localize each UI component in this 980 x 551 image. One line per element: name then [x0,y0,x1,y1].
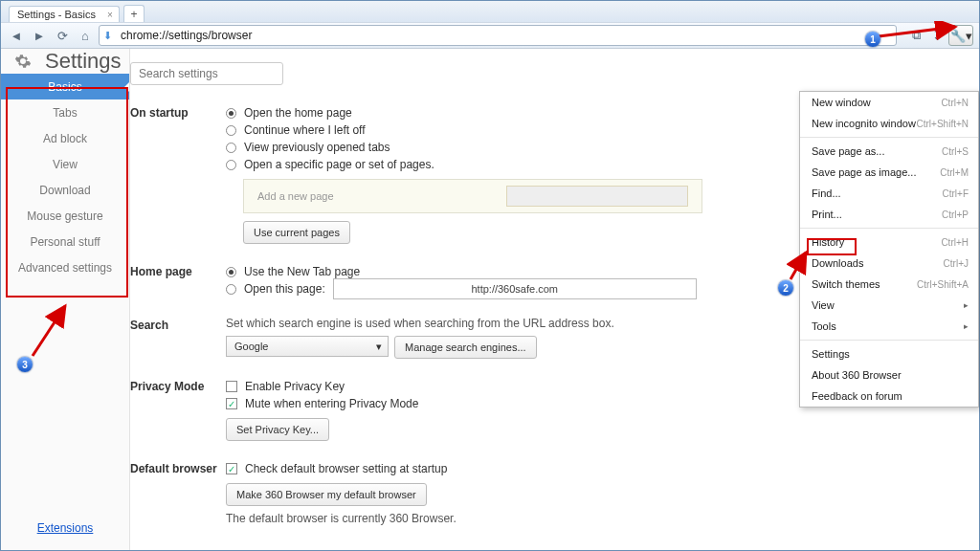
option-label: Mute when entering Privacy Mode [245,397,418,410]
radio-icon [226,143,236,153]
menu-shortcut: Ctrl+F [943,188,969,199]
menu-feedback[interactable]: Feedback on forum [800,386,978,407]
option-label: Continue where I left off [244,123,366,137]
sidebar-item-label: Advanced settings [18,261,112,275]
option-label: Open this page: [244,282,325,296]
browser-window: Settings - Basics × + ◄ ► ⟳ ⌂ ⬇ chrome:/… [0,0,980,551]
option-label: Use the New Tab page [244,265,360,278]
tab-strip: Settings - Basics × + [1,1,979,22]
link-label: Extensions [37,521,94,535]
sidebar-item-label: Personal stuff [30,235,100,249]
option-label: View previously opened tabs [244,141,390,154]
menu-label: Downloads [812,257,863,269]
default-status: The default browser is currently 360 Bro… [226,512,979,525]
sidebar-item-personal-stuff[interactable]: Personal stuff [1,229,129,254]
sidebar-item-basics[interactable]: Basics [1,74,129,99]
menu-label: About 360 Browser [812,369,902,381]
sidebar-item-label: Download [39,184,90,197]
menu-label: Feedback on forum [812,390,902,402]
menu-separator [800,340,978,341]
menu-shortcut: Ctrl+J [944,258,969,269]
radio-icon [226,267,236,277]
search-settings-input[interactable] [130,62,283,85]
tab-settings[interactable]: Settings - Basics × [9,6,120,22]
address-bar[interactable]: ⬇ chrome://settings/browser [99,25,897,46]
menu-find[interactable]: Find...Ctrl+F [800,183,978,204]
menu-label: Switch themes [812,278,880,290]
menu-shortcut: Ctrl+H [941,237,969,248]
make-default-button[interactable]: Make 360 Browser my default browser [226,483,427,506]
checkbox-icon: ✓ [226,463,237,474]
radio-icon [226,160,236,170]
download-icon[interactable]: ↧ [927,26,947,45]
menu-shortcut: Ctrl+Shift+A [917,279,969,290]
menu-label: History [812,236,844,248]
sidebar-item-adblock[interactable]: Ad block [1,125,129,151]
menu-label: Tools [812,320,836,332]
badge-label: 1 [870,34,876,45]
sidebar-item-mouse-gesture[interactable]: Mouse gesture [1,203,129,229]
menu-about[interactable]: About 360 Browser [800,364,978,386]
select-value: Google [234,341,268,352]
extensions-link[interactable]: Extensions [1,514,129,550]
page-title: Settings [45,49,122,74]
default-check-startup[interactable]: ✓Check default browser setting at startu… [226,460,979,477]
menu-label: Find... [812,187,841,199]
forward-button[interactable]: ► [30,26,49,45]
restore-icon[interactable]: ⧉ [906,26,925,45]
wrench-menu-button[interactable]: 🔧▾ [948,25,973,46]
set-privacy-key-button[interactable]: Set Privacy Key... [226,418,329,441]
menu-settings[interactable]: Settings [800,343,978,364]
menu-incognito[interactable]: New incognito windowCtrl+Shift+N [800,113,978,134]
menu-print[interactable]: Print...Ctrl+P [800,204,978,225]
new-tab-button[interactable]: + [123,5,145,22]
menu-tools[interactable]: Tools [800,316,978,337]
menu-new-window[interactable]: New windowCtrl+N [800,92,978,113]
search-engine-select[interactable]: Google [226,336,389,357]
menu-history[interactable]: HistoryCtrl+H [800,231,978,253]
use-current-pages-button[interactable]: Use current pages [243,221,350,244]
menu-save-image[interactable]: Save page as image...Ctrl+M [800,162,978,183]
menu-shortcut: Ctrl+M [940,167,969,178]
toolbar-right: ⧉ ↧ 🔧▾ [906,25,973,46]
gear-icon [14,53,32,70]
sidebar-item-label: View [53,158,78,171]
reload-button[interactable]: ⟳ [53,26,72,45]
close-icon[interactable]: × [107,10,113,20]
radio-icon [226,108,236,119]
menu-save-as[interactable]: Save page as...Ctrl+S [800,141,978,162]
manage-search-engines-button[interactable]: Manage search engines... [394,336,537,359]
section-label-search: Search [130,317,226,359]
tab-title: Settings - Basics [17,9,96,20]
option-label: Open a specific page or set of pages. [244,158,434,171]
add-page-placeholder[interactable]: Add a new page [257,190,334,202]
sidebar-item-advanced-settings[interactable]: Advanced settings [1,254,129,280]
add-page-input[interactable] [506,186,688,207]
sidebar-list: Basics Tabs Ad block View Download Mouse… [1,74,129,514]
menu-switch-themes[interactable]: Switch themesCtrl+Shift+A [800,274,978,295]
sidebar-item-view[interactable]: View [1,151,129,177]
content-area: Settings Basics Tabs Ad block View Downl… [1,49,979,550]
annotation-badge-3: 3 [17,357,33,372]
homepage-url-input[interactable] [333,278,697,299]
toolbar: ◄ ► ⟳ ⌂ ⬇ chrome://settings/browser ⧉ ↧ … [1,22,979,49]
menu-downloads[interactable]: DownloadsCtrl+J [800,253,978,274]
option-label: Open the home page [244,106,352,120]
menu-label: Print... [812,209,842,220]
annotation-badge-1: 1 [865,32,880,47]
menu-shortcut: Ctrl+P [942,209,969,220]
back-button[interactable]: ◄ [7,26,26,45]
menu-separator [800,137,978,138]
sidebar-item-tabs[interactable]: Tabs [1,99,129,125]
home-button[interactable]: ⌂ [76,26,95,45]
menu-view[interactable]: View [800,295,978,316]
option-label: Check default browser setting at startup [245,462,447,475]
menu-label: New window [812,97,871,108]
sidebar-item-label: Mouse gesture [27,209,102,223]
sidebar-item-download[interactable]: Download [1,177,129,203]
radio-icon [226,125,236,136]
section-label-startup: On startup [130,104,226,244]
checkbox-icon [226,381,237,392]
badge-label: 2 [783,283,789,294]
menu-separator [800,228,978,229]
